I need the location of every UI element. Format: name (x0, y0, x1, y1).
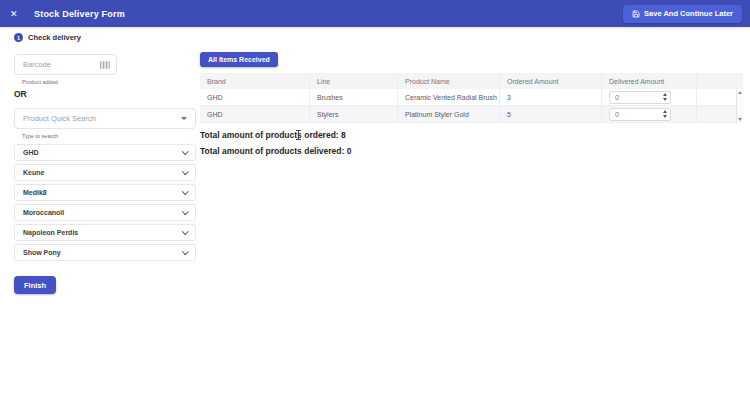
number-spinner-arrows[interactable] (659, 92, 670, 103)
total-delivered-value: 0 (347, 146, 352, 156)
chevron-down-icon (182, 148, 188, 154)
column-header-empty (697, 73, 743, 89)
accordion-item-napoleon-perdis[interactable]: Napoleon Perdis (14, 224, 196, 241)
barcode-scan-icon (100, 61, 110, 69)
cell-delivered-amount: 0 (602, 89, 697, 105)
close-icon[interactable]: ✕ (10, 9, 24, 19)
column-header-brand: Brand (200, 73, 310, 89)
all-items-received-button[interactable]: All Items Received (200, 52, 278, 67)
totals-section: Total amount of products ordered: 8 Tota… (200, 130, 743, 156)
cell-delivered-amount: 0 (602, 106, 697, 122)
quick-search-helper-text: Type to search (22, 133, 196, 139)
delivered-amount-input[interactable]: 0 (609, 108, 671, 121)
barcode-helper-text: Product added (22, 79, 196, 85)
product-quick-search-field[interactable] (14, 108, 196, 129)
barcode-field[interactable] (14, 54, 117, 75)
accordion-item-moroccanoil[interactable]: Moroccanoil (14, 204, 196, 221)
app-bar: ✕ Stock Delivery Form Save And Continue … (0, 0, 750, 27)
cell-line: Brushes (310, 89, 398, 105)
total-delivered-label: Total amount of products delivered: (200, 146, 344, 156)
delivery-table-panel: All Items Received Brand Line Product Na… (200, 48, 743, 156)
table-vertical-scrollbar[interactable] (736, 89, 743, 123)
or-label: OR (14, 89, 196, 99)
save-and-continue-button[interactable]: Save And Continue Later (623, 5, 742, 23)
chevron-down-icon (182, 228, 188, 234)
accordion-label: Napoleon Perdis (23, 229, 78, 236)
accordion-label: Keune (23, 169, 44, 176)
brand-accordion-list: GHD Keune Medik8 Moroccanoil Napoleon Pe… (14, 144, 196, 261)
cell-brand: GHD (200, 89, 310, 105)
cell-ordered-amount: 3 (500, 89, 602, 105)
save-button-label: Save And Continue Later (644, 9, 733, 18)
total-ordered-line: Total amount of products ordered: 8 (200, 130, 743, 140)
column-header-line: Line (310, 73, 398, 89)
spinner-up-icon (663, 93, 667, 96)
accordion-item-medik8[interactable]: Medik8 (14, 184, 196, 201)
total-delivered-line: Total amount of products delivered: 0 (200, 146, 743, 156)
product-quick-search-input[interactable] (23, 114, 181, 123)
accordion-label: Show Pony (23, 249, 61, 256)
table-row: GHD Brushes Ceramic Vented Radial Brush … (200, 89, 743, 106)
accordion-label: GHD (23, 149, 39, 156)
caret-down-icon (181, 117, 187, 120)
table-header-row: Brand Line Product Name Ordered Amount D… (200, 73, 743, 89)
accordion-item-ghd[interactable]: GHD (14, 144, 196, 161)
delivered-amount-input[interactable]: 0 (609, 91, 671, 104)
accordion-item-keune[interactable]: Keune (14, 164, 196, 181)
cell-product-name: Ceramic Vented Radial Brush (398, 89, 500, 105)
scrollbar-up-icon (738, 91, 742, 94)
column-header-ordered-amount: Ordered Amount (500, 73, 602, 89)
step-header: 1 Check delivery (14, 33, 196, 42)
chevron-down-icon (182, 208, 188, 214)
column-header-product-name: Product Name (398, 73, 500, 89)
cell-line: Stylers (310, 106, 398, 122)
cell-ordered-amount: 5 (500, 106, 602, 122)
spinner-down-icon (663, 98, 667, 101)
cell-product-name: Platinum Styler Gold (398, 106, 500, 122)
check-delivery-panel: 1 Check delivery Product added OR (14, 33, 196, 294)
spinner-down-icon (663, 115, 667, 118)
delivery-table: Brand Line Product Name Ordered Amount D… (200, 73, 743, 123)
barcode-input[interactable] (23, 60, 100, 69)
table-row: GHD Stylers Platinum Styler Gold 5 0 (200, 106, 743, 123)
chevron-down-icon (182, 188, 188, 194)
page-title: Stock Delivery Form (34, 9, 623, 19)
delivered-amount-value: 0 (610, 111, 659, 118)
total-ordered-label: Total amount of products ordered: (200, 130, 339, 140)
step-number-badge: 1 (14, 33, 23, 42)
accordion-label: Moroccanoil (23, 209, 64, 216)
save-icon (632, 10, 640, 18)
number-spinner-arrows[interactable] (659, 109, 670, 120)
column-header-delivered-amount: Delivered Amount (602, 73, 697, 89)
chevron-down-icon (182, 168, 188, 174)
spinner-up-icon (663, 110, 667, 113)
scrollbar-down-icon (738, 118, 742, 121)
accordion-label: Medik8 (23, 189, 47, 196)
accordion-item-show-pony[interactable]: Show Pony (14, 244, 196, 261)
delivered-amount-value: 0 (610, 94, 659, 101)
main-content: 1 Check delivery Product added OR (0, 27, 750, 415)
finish-button[interactable]: Finish (14, 276, 56, 294)
cell-brand: GHD (200, 106, 310, 122)
step-label: Check delivery (28, 33, 81, 42)
chevron-down-icon (182, 248, 188, 254)
total-ordered-value: 8 (341, 130, 346, 140)
